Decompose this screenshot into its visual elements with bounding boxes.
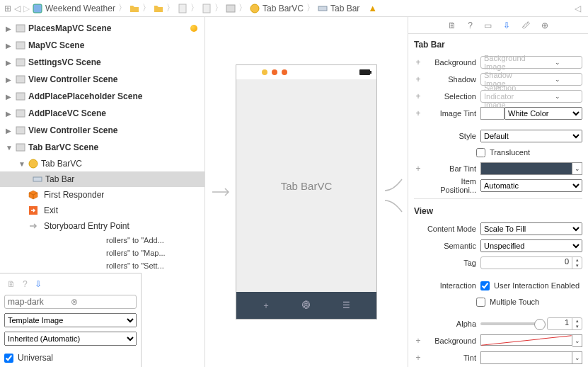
simulated-device[interactable]: Tab BarVC ＋ 🌐︎ ☰ xyxy=(236,64,377,320)
warning-icon[interactable]: ▲ xyxy=(368,3,377,13)
alpha-slider[interactable] xyxy=(480,317,544,330)
nav-back-icon[interactable]: ◁ xyxy=(14,4,21,13)
add-icon[interactable]: + xyxy=(414,91,422,101)
status-dot-icon xyxy=(282,69,287,75)
add-icon[interactable]: + xyxy=(414,108,422,118)
breadcrumb-tabbar[interactable]: Tab Bar xyxy=(318,4,359,13)
inherit-select[interactable]: Inherited (Automatic) xyxy=(4,332,137,346)
add-icon[interactable]: + xyxy=(414,74,422,84)
storyboard-canvas[interactable]: Tab BarVC ＋ 🌐︎ ☰ xyxy=(205,17,408,367)
disclosure-triangle-icon[interactable]: ▶ xyxy=(6,93,13,101)
render-as-select[interactable]: Template Image xyxy=(4,313,137,327)
folder-icon[interactable] xyxy=(129,4,139,13)
disclosure-triangle-icon[interactable]: ▼ xyxy=(18,160,25,168)
step-down-icon[interactable]: ▾ xyxy=(572,263,582,269)
disclosure-triangle-icon[interactable]: ▶ xyxy=(6,25,13,33)
scene-row[interactable]: ▶ AddPlacePlaceholder Scene xyxy=(0,88,204,105)
view-background-well[interactable]: ⌄ xyxy=(480,334,582,347)
universal-label: Universal xyxy=(18,353,53,363)
add-icon[interactable]: + xyxy=(414,57,422,67)
scene-row[interactable]: ▶ SettingsVC Scene xyxy=(0,54,204,71)
scene-row[interactable]: ▶ View Controller Scene xyxy=(0,122,204,139)
alpha-field[interactable]: 1▴▾ xyxy=(547,317,582,330)
step-up-icon[interactable]: ▴ xyxy=(572,257,582,263)
scene-row[interactable]: ▶ MapVC Scene xyxy=(0,37,204,54)
scene-row[interactable]: ▶ View Controller Scene xyxy=(0,71,204,88)
folder-icon[interactable] xyxy=(154,4,163,13)
menu-icon: ☰ xyxy=(342,300,350,310)
related-items-icon[interactable]: ⊞ xyxy=(4,4,11,13)
tab-item-menu[interactable]: ☰ xyxy=(326,300,367,310)
file-icon[interactable] xyxy=(178,4,188,13)
size-inspector-icon[interactable]: 📏︎ xyxy=(521,21,530,30)
content-mode-select[interactable]: Scale To Fill xyxy=(480,222,582,235)
view-background-label: Background xyxy=(427,337,476,345)
file-inspector-icon[interactable]: 🗎 xyxy=(448,21,456,30)
asset-name-field[interactable]: map-dark ⊗ xyxy=(4,295,137,309)
disclosure-triangle-icon[interactable]: ▼ xyxy=(6,144,13,152)
svg-rect-9 xyxy=(16,76,25,83)
connections-inspector-icon[interactable]: ⊕ xyxy=(541,21,548,30)
add-icon[interactable]: + xyxy=(414,353,422,363)
outline-item-tabbarvc[interactable]: ▼ Tab BarVC xyxy=(0,156,204,171)
outline-item-tabbar[interactable]: Tab Bar xyxy=(0,171,204,187)
disclosure-triangle-icon[interactable]: ▶ xyxy=(6,76,13,84)
chevron-left-icon[interactable]: ◁ xyxy=(575,4,581,13)
file-icon[interactable] xyxy=(202,4,212,13)
phone-tab-bar[interactable]: ＋ 🌐︎ ☰ xyxy=(236,292,376,319)
identity-inspector-icon[interactable]: ▭ xyxy=(484,21,492,30)
breadcrumb: ⊞ ◁ ▷ Weekend Weather 〉 〉 〉 〉 〉 〉 Tab Ba… xyxy=(0,0,588,17)
style-label: Style xyxy=(427,132,476,140)
semantic-select[interactable]: Unspecified xyxy=(480,239,582,252)
multiple-touch-checkbox[interactable] xyxy=(476,298,485,307)
translucent-checkbox[interactable] xyxy=(476,148,485,157)
tag-label: Tag xyxy=(427,259,476,267)
chevron-down-icon: ⌄ xyxy=(572,162,582,175)
disclosure-triangle-icon[interactable]: ▶ xyxy=(6,59,13,67)
image-tint-control[interactable]: White Color xyxy=(480,107,582,120)
nav-fwd-icon[interactable]: ▷ xyxy=(23,4,30,13)
svg-rect-8 xyxy=(16,59,25,66)
svg-rect-6 xyxy=(16,25,25,32)
outline-item-exit[interactable]: ▶ Exit xyxy=(0,203,204,218)
chevron-down-icon: ⌄ xyxy=(533,76,582,83)
scene-icon[interactable] xyxy=(226,4,236,13)
bar-tint-well[interactable]: ⌄ xyxy=(480,162,582,175)
attributes-icon[interactable]: ⇩ xyxy=(35,279,42,289)
help-icon[interactable]: ? xyxy=(23,279,28,289)
bar-tint-label: Bar Tint xyxy=(427,164,476,173)
breadcrumb-tabvc[interactable]: Tab BarVC xyxy=(250,4,304,13)
scene-row[interactable]: ▶ AddPlaceVC Scene xyxy=(0,105,204,122)
add-icon[interactable]: + xyxy=(414,164,422,174)
multiple-touch-label: Multiple Touch xyxy=(490,298,539,306)
uie-checkbox[interactable] xyxy=(480,281,490,290)
svg-point-14 xyxy=(29,159,38,168)
disclosure-triangle-icon[interactable]: ▶ xyxy=(6,42,13,50)
semantic-label: Semantic xyxy=(427,242,476,250)
translucent-label: Translucent xyxy=(490,148,530,157)
outline-item-entry-point[interactable]: ▶ Storyboard Entry Point xyxy=(0,218,204,234)
tag-field[interactable]: 0▴▾ xyxy=(480,256,582,269)
disclosure-triangle-icon[interactable]: ▶ xyxy=(6,110,13,118)
item-positioning-select[interactable]: Automatic xyxy=(480,179,582,192)
selection-combo[interactable]: Selection Indicator Image⌄ xyxy=(480,90,582,103)
scene-row-tabbarvc[interactable]: ▼ Tab BarVC Scene xyxy=(0,139,204,156)
cube-icon xyxy=(28,190,38,200)
disclosure-triangle-icon[interactable]: ▶ xyxy=(6,127,13,135)
add-icon[interactable]: + xyxy=(414,336,422,346)
tab-item-globe[interactable]: 🌐︎ xyxy=(287,300,327,310)
tab-item-add[interactable]: ＋ xyxy=(246,300,287,312)
style-select[interactable]: Default xyxy=(480,130,582,142)
file-inspector-icon[interactable]: 🗎 xyxy=(7,279,16,289)
attributes-inspector-icon[interactable]: ⇩ xyxy=(503,21,510,30)
status-dot-icon xyxy=(272,69,277,75)
view-tint-well[interactable]: ⌄ xyxy=(480,351,582,364)
scene-row[interactable]: ▶ PlacesMapVC Scene xyxy=(0,20,204,37)
background-combo[interactable]: Background Image⌄ xyxy=(480,56,582,69)
universal-checkbox[interactable] xyxy=(4,354,13,363)
outline-item-first-responder[interactable]: ▶ First Responder xyxy=(0,187,204,203)
breadcrumb-project[interactable]: Weekend Weather xyxy=(33,4,115,13)
quick-help-icon[interactable]: ? xyxy=(468,21,473,30)
clear-icon[interactable]: ⊗ xyxy=(71,297,134,307)
selection-label: Selection xyxy=(427,92,476,101)
